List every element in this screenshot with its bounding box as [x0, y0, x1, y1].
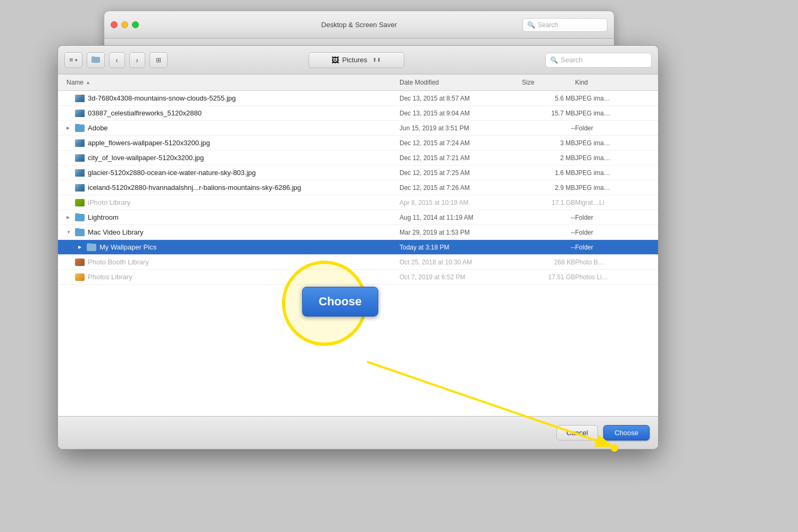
- search-icon: 🔍: [550, 56, 558, 64]
- file-kind: Folder: [575, 124, 650, 132]
- file-name: 3d-7680x4308-mountains-snow-clouds-5255.…: [88, 94, 236, 102]
- file-name: glacier-5120x2880-ocean-ice-water-nature…: [88, 169, 256, 177]
- table-row[interactable]: apple_flowers-wallpaper-5120x3200.jpgDec…: [58, 136, 658, 151]
- kind-column-header[interactable]: Kind: [575, 77, 650, 88]
- file-date: Dec 13, 2015 at 8:57 AM: [400, 95, 522, 102]
- cancel-button[interactable]: Cancel: [556, 425, 598, 440]
- bg-window-titlebar: Desktop & Screen Saver 🔍 Search: [104, 11, 614, 39]
- file-picker-dialog: ≡ ▾ ‹ › ⊞ 🖼 Pictures ⬆⬇: [57, 45, 659, 450]
- file-date: Dec 12, 2015 at 7:21 AM: [400, 154, 522, 162]
- file-kind: JPEG ima…: [575, 95, 650, 102]
- file-size: --: [522, 229, 575, 236]
- table-row[interactable]: iPhoto LibraryApr 8, 2015 at 10:19 AM17.…: [58, 195, 658, 210]
- choose-button[interactable]: Choose: [603, 425, 650, 440]
- file-size: 1.6 MB: [522, 169, 575, 177]
- bg-window-search[interactable]: 🔍 Search: [522, 18, 608, 32]
- table-row[interactable]: ▶AdobeJun 15, 2019 at 3:51 PM--Folder: [58, 121, 658, 136]
- location-name: Pictures: [342, 56, 367, 64]
- file-icon: [75, 95, 85, 102]
- photos-icon: [75, 273, 85, 281]
- name-column-header[interactable]: Name ▲: [66, 77, 400, 88]
- location-dropdown[interactable]: 🖼 Pictures ⬆⬇: [309, 52, 404, 68]
- file-kind: JPEG ima…: [575, 139, 650, 147]
- folder-icon: [75, 124, 85, 132]
- table-row[interactable]: glacier-5120x2880-ocean-ice-water-nature…: [58, 165, 658, 180]
- file-kind: Folder: [575, 214, 650, 221]
- iphoto-icon: [75, 199, 85, 206]
- maximize-button[interactable]: [132, 21, 139, 28]
- folder-icon: [75, 214, 85, 221]
- table-row[interactable]: 3d-7680x4308-mountains-snow-clouds-5255.…: [58, 91, 658, 106]
- file-icon: [75, 139, 85, 147]
- file-size: --: [522, 124, 575, 132]
- back-icon: ‹: [115, 56, 118, 64]
- back-button[interactable]: ‹: [109, 52, 125, 68]
- file-name: apple_flowers-wallpaper-5120x3200.jpg: [88, 139, 210, 147]
- file-date: Dec 12, 2015 at 7:24 AM: [400, 139, 522, 147]
- expand-icon[interactable]: ▶: [66, 215, 72, 220]
- search-placeholder: Search: [561, 56, 583, 64]
- file-date: Apr 8, 2015 at 10:19 AM: [400, 199, 522, 206]
- new-folder-icon: [92, 55, 100, 64]
- window-controls: [111, 21, 139, 28]
- expand-icon[interactable]: ▶: [66, 126, 72, 130]
- file-name: city_of_love-wallpaper-5120x3200.jpg: [88, 154, 204, 162]
- table-row[interactable]: city_of_love-wallpaper-5120x3200.jpgDec …: [58, 151, 658, 165]
- file-date: Dec 12, 2015 at 7:25 AM: [400, 169, 522, 177]
- svg-rect-1: [92, 57, 95, 59]
- grid-view-button[interactable]: ⊞: [149, 52, 168, 68]
- location-icon: 🖼: [331, 56, 339, 64]
- file-name: Mac Video Library: [88, 228, 144, 236]
- file-size: 17.51 GB: [522, 273, 575, 281]
- action-menu-button[interactable]: ≡ ▾: [64, 52, 82, 68]
- close-button[interactable]: [111, 21, 118, 28]
- file-list: 3d-7680x4308-mountains-snow-clouds-5255.…: [58, 91, 658, 416]
- file-name: Photos Library: [88, 273, 132, 281]
- file-name: 03887_celestialfireworks_5120x2880: [88, 109, 202, 117]
- file-date: Mar 29, 2019 at 1:53 PM: [400, 229, 522, 236]
- file-icon: [75, 110, 85, 117]
- file-date: Today at 3:18 PM: [400, 244, 522, 251]
- file-size: --: [522, 244, 575, 251]
- bg-search-placeholder: Search: [538, 21, 558, 29]
- file-kind: Migrat…Li: [575, 199, 650, 206]
- date-modified-column-header[interactable]: Date Modified: [400, 77, 522, 88]
- file-name: Adobe: [88, 124, 108, 132]
- minimize-button[interactable]: [121, 21, 128, 28]
- dialog-toolbar: ≡ ▾ ‹ › ⊞ 🖼 Pictures ⬆⬇: [58, 46, 658, 74]
- file-icon: [75, 154, 85, 162]
- file-kind: Photo B…: [575, 259, 650, 266]
- search-icon: 🔍: [527, 21, 535, 29]
- file-name: Lightroom: [88, 213, 119, 221]
- file-kind: JPEG ima…: [575, 169, 650, 177]
- file-kind: JPEG ima…: [575, 184, 650, 192]
- search-box[interactable]: 🔍 Search: [545, 53, 652, 68]
- new-folder-button[interactable]: [87, 52, 105, 68]
- file-size: 2.9 MB: [522, 184, 575, 192]
- size-column-header[interactable]: Size: [522, 77, 575, 88]
- file-size: 17.1 GB: [522, 199, 575, 206]
- action-menu-icon: ≡: [69, 56, 73, 64]
- forward-button[interactable]: ›: [129, 52, 145, 68]
- file-icon: [75, 169, 85, 177]
- table-row[interactable]: Photo Booth LibraryOct 25, 2018 at 10:30…: [58, 255, 658, 270]
- table-row[interactable]: Photos LibraryOct 7, 2019 at 6:52 PM17.5…: [58, 270, 658, 285]
- table-row[interactable]: iceland-5120x2880-hvannadalshnj...r-bali…: [58, 180, 658, 195]
- file-size: 3 MB: [522, 139, 575, 147]
- expand-icon[interactable]: ▼: [66, 230, 72, 235]
- file-size: 2 MB: [522, 154, 575, 162]
- chevron-icon: ⬆⬇: [372, 57, 381, 63]
- file-kind: JPEG ima…: [575, 154, 650, 162]
- expand-icon[interactable]: ▶: [78, 245, 84, 250]
- column-headers: Name ▲ Date Modified Size Kind: [58, 74, 658, 91]
- table-row[interactable]: 03887_celestialfireworks_5120x2880Dec 13…: [58, 106, 658, 121]
- file-date: Oct 7, 2019 at 6:52 PM: [400, 273, 522, 281]
- file-size: --: [522, 214, 575, 221]
- file-size: 15.7 MB: [522, 110, 575, 117]
- table-row[interactable]: ▶LightroomAug 11, 2014 at 11:19 AM--Fold…: [58, 210, 658, 225]
- table-row[interactable]: ▼Mac Video LibraryMar 29, 2019 at 1:53 P…: [58, 225, 658, 240]
- file-size: 268 KB: [522, 259, 575, 266]
- table-row[interactable]: ▶My Wallpaper PicsToday at 3:18 PM--Fold…: [58, 240, 658, 255]
- file-kind: JPEG ima…: [575, 110, 650, 117]
- file-name: iceland-5120x2880-hvannadalshnj...r-bali…: [88, 184, 301, 192]
